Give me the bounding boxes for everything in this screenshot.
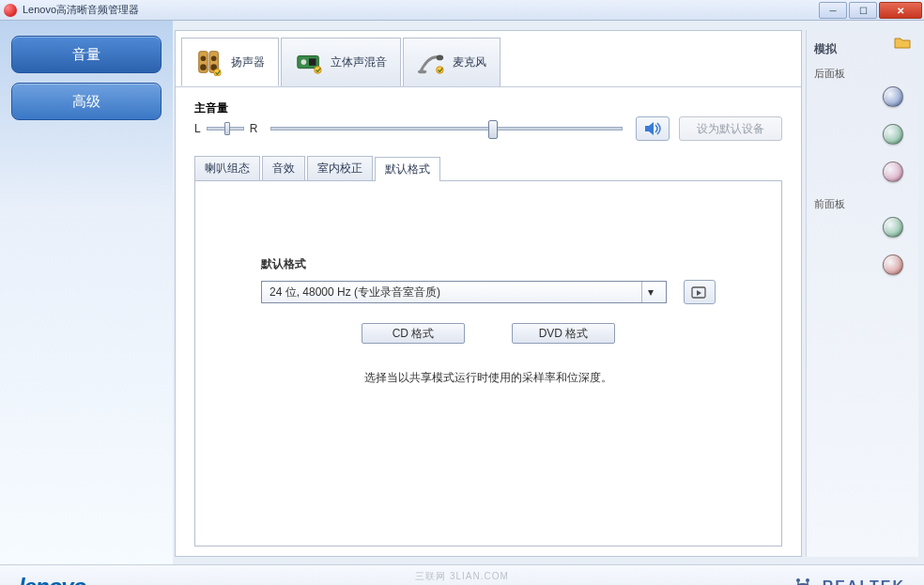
- front-panel-jacks: [814, 217, 911, 275]
- jack-front-pink[interactable]: [883, 254, 903, 275]
- soundcard-icon: [295, 49, 323, 77]
- subtab-room-correction[interactable]: 室内校正: [307, 156, 373, 180]
- default-format-title: 默认格式: [261, 256, 716, 272]
- realtek-text: REALTEK: [823, 578, 905, 586]
- window-controls: ─ ☐ ✕: [819, 1, 924, 19]
- lenovo-logo: lenovo: [19, 574, 85, 586]
- folder-icon[interactable]: [894, 36, 911, 49]
- speaker-icon: [195, 48, 223, 76]
- jack-front-green[interactable]: [883, 217, 903, 238]
- app-icon: [4, 4, 17, 17]
- format-dropdown[interactable]: 24 位, 48000 Hz (专业录音室音质) ▾: [261, 281, 667, 303]
- format-dropdown-value: 24 位, 48000 Hz (专业录音室音质): [270, 285, 440, 300]
- svg-point-2: [201, 55, 207, 61]
- watermark: 三联网 3LIAN.COM: [415, 570, 509, 583]
- subtab-sound-effects[interactable]: 音效: [262, 156, 305, 180]
- play-test-icon: [691, 285, 708, 300]
- main-panel: 扬声器 立体声混音 麦克风 主音量 L: [175, 30, 802, 557]
- tab-microphone[interactable]: 麦克风: [403, 38, 500, 86]
- mute-button[interactable]: [636, 116, 670, 141]
- maximize-button[interactable]: ☐: [849, 2, 877, 19]
- svg-point-3: [211, 55, 217, 61]
- master-volume-slider[interactable]: [270, 127, 623, 131]
- microphone-icon: [417, 49, 445, 77]
- tab-microphone-label: 麦克风: [453, 54, 486, 70]
- tab-speaker[interactable]: 扬声器: [181, 38, 279, 86]
- balance-right-label: R: [250, 122, 258, 135]
- back-panel-jacks: [814, 86, 911, 182]
- tab-stereo-mix[interactable]: 立体声混音: [281, 38, 401, 86]
- tab-stereo-mix-label: 立体声混音: [331, 54, 387, 70]
- svg-rect-9: [309, 58, 316, 66]
- minimize-button[interactable]: ─: [819, 2, 847, 19]
- sidebar-item-volume[interactable]: 音量: [11, 36, 162, 73]
- jack-back-green[interactable]: [883, 124, 903, 145]
- subtab-default-format[interactable]: 默认格式: [375, 157, 440, 181]
- sidebar: 音量 高级: [0, 21, 173, 564]
- svg-point-11: [437, 54, 444, 60]
- tab-speaker-label: 扬声器: [231, 54, 265, 70]
- realtek-logo: REALTEK: [791, 575, 905, 586]
- master-volume-label: 主音量: [194, 100, 782, 116]
- jack-back-pink[interactable]: [883, 162, 903, 182]
- balance-control[interactable]: L R: [194, 122, 257, 135]
- balance-slider[interactable]: [207, 127, 244, 131]
- svg-point-4: [200, 64, 207, 70]
- sidebar-item-advanced[interactable]: 高级: [11, 83, 162, 120]
- back-panel-label: 后面板: [814, 67, 911, 81]
- device-tabs: 扬声器 立体声混音 麦克风: [176, 31, 801, 87]
- window-title: Lenovo高清晰音频管理器: [23, 3, 139, 17]
- svg-point-8: [301, 59, 307, 65]
- jack-panel: 模拟 后面板 前面板: [806, 30, 918, 557]
- dvd-format-button[interactable]: DVD 格式: [512, 323, 615, 344]
- crab-icon: [791, 575, 815, 586]
- svg-point-12: [418, 69, 426, 73]
- title-bar: Lenovo高清晰音频管理器 ─ ☐ ✕: [0, 0, 924, 21]
- cd-format-button[interactable]: CD 格式: [362, 323, 465, 344]
- default-format-panel: 默认格式 24 位, 48000 Hz (专业录音室音质) ▾ CD 格式 DV…: [194, 181, 782, 547]
- jack-back-blue[interactable]: [883, 86, 903, 107]
- test-play-button[interactable]: [684, 280, 716, 304]
- balance-left-label: L: [194, 122, 201, 135]
- format-hint: 选择当以共享模式运行时使用的采样率和位深度。: [261, 370, 716, 386]
- sound-icon: [643, 121, 662, 136]
- svg-point-16: [796, 578, 800, 582]
- svg-point-17: [806, 578, 809, 582]
- set-default-button[interactable]: 设为默认设备: [679, 116, 782, 141]
- sub-tab-bar: 喇叭组态 音效 室内校正 默认格式: [194, 156, 782, 181]
- subtab-speaker-config[interactable]: 喇叭组态: [194, 156, 260, 180]
- front-panel-label: 前面板: [814, 197, 911, 211]
- close-button[interactable]: ✕: [879, 2, 922, 19]
- chevron-down-icon: ▾: [641, 282, 658, 302]
